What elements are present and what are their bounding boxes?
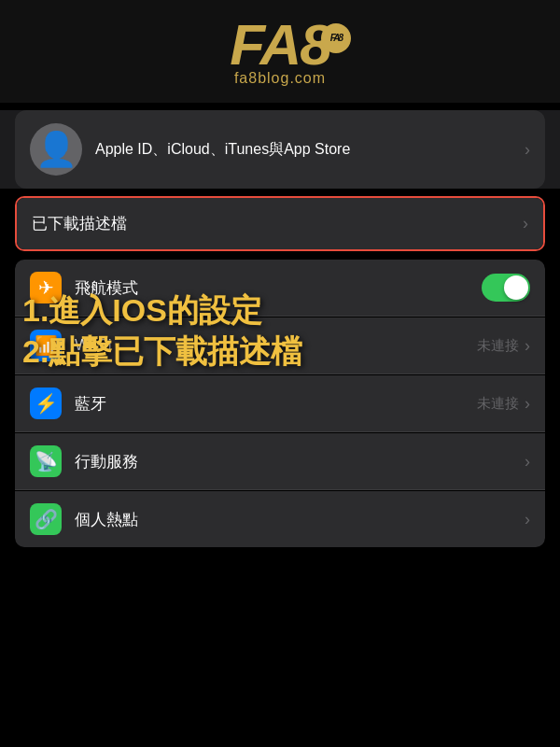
bluetooth-label: 藍牙	[75, 393, 477, 415]
bluetooth-value: 未連接	[477, 395, 519, 413]
avatar: 👤	[30, 123, 82, 176]
apple-id-section: 👤 Apple ID、iCloud、iTunes與App Store ›	[0, 110, 560, 189]
bluetooth-icon: ⚡	[30, 388, 62, 419]
profile-row[interactable]: 已下載描述檔 ›	[17, 198, 543, 249]
settings-item-cellular[interactable]: 📡 行動服務 ›	[15, 433, 545, 490]
hotspot-icon: 🔗	[30, 503, 62, 535]
profile-row-wrapper: 已下載描述檔 ›	[15, 196, 545, 251]
overlay-line1: 1.進入IOS的設定	[22, 289, 538, 331]
hotspot-chevron: ›	[525, 510, 530, 529]
logo-badge: FA8	[321, 23, 351, 53]
header-logo-section: FA8 FA8 fa8blog.com	[0, 0, 560, 103]
apple-id-label: Apple ID、iCloud、iTunes與App Store	[95, 139, 525, 160]
hotspot-label: 個人熱點	[75, 509, 519, 530]
logo-area: FA8 FA8 fa8blog.com	[230, 16, 330, 87]
overlay-instructions: 1.進入IOS的設定 2.點擊已下載描述檔	[0, 289, 560, 372]
logo-text: FA8 FA8	[230, 16, 330, 74]
settings-item-bluetooth[interactable]: ⚡ 藍牙 未連接›	[15, 375, 545, 432]
settings-item-hotspot[interactable]: 🔗 個人熱點 ›	[15, 491, 545, 547]
overlay-line2: 2.點擊已下載描述檔	[22, 331, 538, 372]
cellular-label: 行動服務	[75, 451, 519, 472]
profile-chevron: ›	[523, 214, 528, 233]
apple-id-chevron: ›	[525, 140, 530, 160]
profile-label: 已下載描述檔	[32, 213, 127, 234]
apple-id-row[interactable]: 👤 Apple ID、iCloud、iTunes與App Store ›	[15, 110, 545, 189]
cellular-icon: 📡	[30, 445, 62, 477]
user-icon: 👤	[35, 130, 77, 169]
cellular-chevron: ›	[525, 452, 530, 472]
logo-fa8-text: FA8	[230, 12, 330, 77]
bluetooth-chevron: ›	[525, 394, 530, 414]
